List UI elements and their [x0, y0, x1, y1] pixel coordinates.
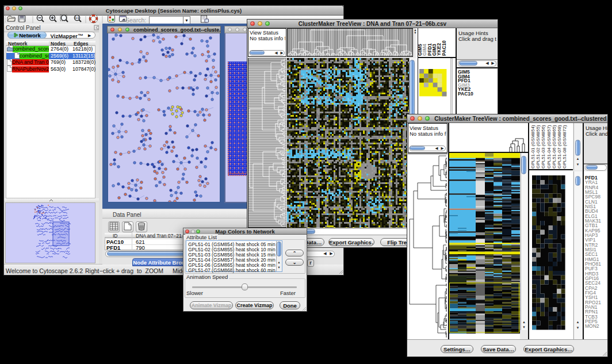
svg-text:GPL51-06 (GSM865): GPL51-06 (GSM865): [552, 125, 557, 168]
svg-text:GPL51-01 (GSM854): GPL51-01 (GSM854): [530, 125, 536, 168]
svg-text:MON2: MON2: [585, 323, 599, 329]
svg-text:PAC10: PAC10: [441, 40, 447, 56]
svg-text:GPL51-03 (GSM856): GPL51-03 (GSM856): [541, 125, 546, 168]
svg-text:1:1: 1:1: [75, 16, 79, 20]
svg-text:GPL51-04 (GSM857): GPL51-04 (GSM857): [546, 125, 552, 168]
svg-text:GPL51-07 (GSM868): GPL51-07 (GSM868): [557, 125, 562, 168]
svg-text:GPL51-08 (GSM872): GPL51-08 (GSM872): [562, 125, 567, 168]
svg-text:GPL51-02 (GSM855): GPL51-02 (GSM855): [536, 125, 541, 168]
